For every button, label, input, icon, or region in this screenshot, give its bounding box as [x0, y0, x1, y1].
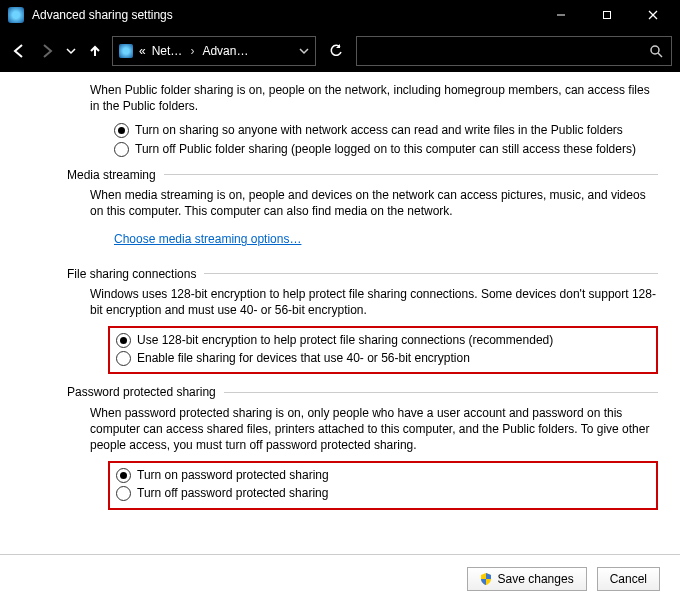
public-folder-desc: When Public folder sharing is on, people… [90, 82, 658, 114]
location-icon [119, 44, 133, 58]
password-sharing-desc: When password protected sharing is on, o… [90, 405, 658, 454]
radio-password-off[interactable] [116, 486, 131, 501]
uac-shield-icon [480, 573, 492, 585]
forward-button[interactable] [36, 37, 58, 65]
address-segment-2: Advan… [202, 44, 293, 58]
back-button[interactable] [8, 37, 30, 65]
cancel-label: Cancel [610, 572, 647, 586]
refresh-button[interactable] [322, 37, 350, 65]
radio-128bit[interactable] [116, 333, 131, 348]
divider [224, 392, 658, 393]
up-button[interactable] [84, 37, 106, 65]
radio-40bit[interactable] [116, 351, 131, 366]
window-title: Advanced sharing settings [32, 8, 173, 22]
recent-locations-dropdown[interactable] [64, 37, 78, 65]
radio-40bit-label: Enable file sharing for devices that use… [137, 350, 650, 366]
section-media-streaming: Media streaming [67, 167, 658, 183]
minimize-button[interactable] [538, 0, 584, 30]
search-icon [649, 44, 663, 58]
section-file-sharing: File sharing connections [67, 266, 658, 282]
radio-password-on-label: Turn on password protected sharing [137, 467, 650, 483]
media-streaming-link[interactable]: Choose media streaming options… [114, 231, 301, 247]
address-prefix: « [139, 44, 146, 58]
svg-line-5 [658, 53, 662, 57]
divider [164, 174, 658, 175]
address-bar[interactable]: « Net… › Advan… [112, 36, 316, 66]
file-sharing-heading: File sharing connections [67, 266, 196, 282]
cancel-button[interactable]: Cancel [597, 567, 660, 591]
password-sharing-heading: Password protected sharing [67, 384, 216, 400]
radio-public-on-label: Turn on sharing so anyone with network a… [135, 122, 658, 138]
password-sharing-highlight: Turn on password protected sharing Turn … [108, 461, 658, 509]
save-changes-label: Save changes [498, 572, 574, 586]
search-input[interactable] [356, 36, 672, 66]
settings-content: When Public folder sharing is on, people… [0, 72, 680, 554]
window-titlebar: Advanced sharing settings [0, 0, 680, 30]
radio-public-off-label: Turn off Public folder sharing (people l… [135, 141, 658, 157]
chevron-right-icon: › [188, 44, 196, 58]
address-dropdown-icon[interactable] [299, 46, 309, 56]
file-sharing-desc: Windows uses 128-bit encryption to help … [90, 286, 658, 318]
svg-rect-1 [604, 12, 611, 19]
maximize-button[interactable] [584, 0, 630, 30]
radio-password-on[interactable] [116, 468, 131, 483]
navigation-bar: « Net… › Advan… [0, 30, 680, 72]
media-streaming-desc: When media streaming is on, people and d… [90, 187, 658, 219]
address-segment-1: Net… [152, 44, 183, 58]
save-changes-button[interactable]: Save changes [467, 567, 587, 591]
divider [204, 273, 658, 274]
radio-password-off-label: Turn off password protected sharing [137, 485, 650, 501]
radio-128bit-label: Use 128-bit encryption to help protect f… [137, 332, 650, 348]
section-password-sharing: Password protected sharing [67, 384, 658, 400]
media-streaming-heading: Media streaming [67, 167, 156, 183]
public-folder-radio-group: Turn on sharing so anyone with network a… [114, 122, 658, 156]
radio-public-off[interactable] [114, 142, 129, 157]
footer-bar: Save changes Cancel [0, 554, 680, 592]
app-icon [8, 7, 24, 23]
close-button[interactable] [630, 0, 676, 30]
radio-public-on[interactable] [114, 123, 129, 138]
file-sharing-highlight: Use 128-bit encryption to help protect f… [108, 326, 658, 374]
svg-point-4 [651, 46, 659, 54]
